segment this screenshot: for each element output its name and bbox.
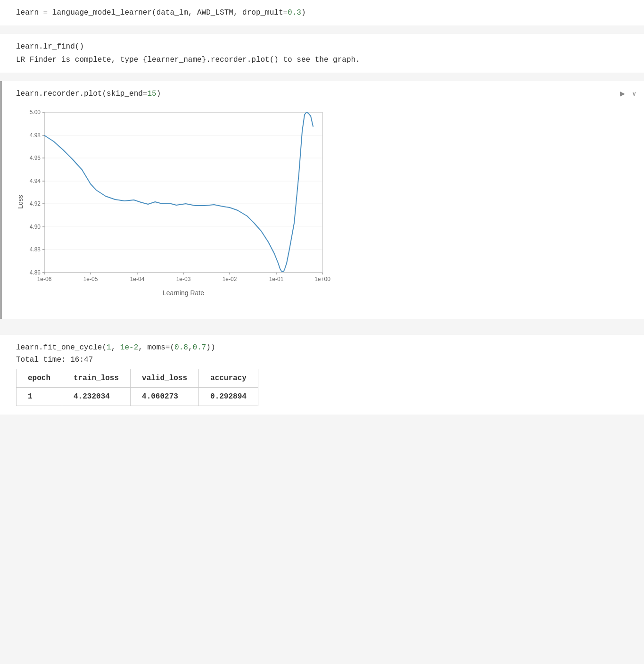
cell-epoch: 1 bbox=[17, 388, 62, 406]
cell-3-code: learn.recorder.plot(skip_end=15) bbox=[16, 90, 630, 98]
y-tick: 4.96 bbox=[30, 155, 41, 161]
x-tick: 1e-03 bbox=[176, 276, 191, 282]
x-tick: 1e-05 bbox=[83, 276, 98, 282]
x-tick: 1e-06 bbox=[37, 276, 52, 282]
cell-4-code: learn.fit_one_cycle(1, 1e-2, moms=(0.8,0… bbox=[16, 343, 630, 352]
cell-2: learn.lr_find() LR Finder is complete, t… bbox=[0, 34, 644, 73]
y-tick: 4.92 bbox=[30, 200, 41, 207]
col-header-valid-loss: valid_loss bbox=[131, 369, 199, 388]
svg-rect-17 bbox=[44, 112, 322, 273]
cell-2-output: LR Finder is complete, type {learner_nam… bbox=[16, 56, 630, 64]
loss-chart-container: Loss 5.00 4.98 bbox=[16, 103, 630, 306]
loss-curve bbox=[44, 112, 313, 272]
code-value: 15 bbox=[147, 90, 156, 98]
col-header-train-loss: train_loss bbox=[62, 369, 131, 388]
col-header-epoch: epoch bbox=[17, 369, 62, 388]
code-token: ) bbox=[157, 90, 161, 98]
separator-2 bbox=[0, 74, 644, 81]
code-value: 0.3 bbox=[288, 8, 301, 17]
cell-3-controls: ▶ ∨ bbox=[618, 89, 638, 98]
x-tick: 1e+00 bbox=[314, 276, 330, 282]
x-tick: 1e-04 bbox=[130, 276, 145, 282]
table-row: 1 4.232034 4.060273 0.292894 bbox=[17, 388, 258, 406]
separator-3 bbox=[0, 320, 644, 327]
total-time: Total time: 16:47 bbox=[16, 356, 630, 364]
code-token: ) bbox=[301, 8, 306, 17]
separator-3b bbox=[0, 327, 644, 335]
code-token: )) bbox=[206, 343, 215, 352]
code-token: , bbox=[111, 343, 120, 352]
code-token: learn = language_model_learner(data_lm, … bbox=[16, 8, 288, 17]
cell-4: learn.fit_one_cycle(1, 1e-2, moms=(0.8,0… bbox=[0, 335, 644, 415]
notebook: learn = language_model_learner(data_lm, … bbox=[0, 0, 644, 415]
cell-train-loss: 4.232034 bbox=[62, 388, 131, 406]
y-tick: 4.94 bbox=[30, 178, 41, 184]
cell-1: learn = language_model_learner(data_lm, … bbox=[0, 0, 644, 25]
x-axis-label: Learning Rate bbox=[163, 289, 204, 297]
y-tick: 5.00 bbox=[30, 109, 41, 116]
code-value-4: 0.7 bbox=[192, 343, 206, 352]
cell-3: ▶ ∨ learn.recorder.plot(skip_end=15) Los… bbox=[0, 81, 644, 319]
cell-valid-loss: 4.060273 bbox=[131, 388, 199, 406]
x-tick: 1e-01 bbox=[269, 276, 284, 282]
y-tick: 4.90 bbox=[30, 224, 41, 230]
code-token: learn.fit_one_cycle( bbox=[16, 343, 107, 352]
code-token: learn.recorder.plot(skip_end= bbox=[16, 90, 147, 98]
x-tick: 1e-02 bbox=[223, 276, 237, 282]
y-tick: 4.98 bbox=[30, 132, 41, 139]
results-table: epoch train_loss valid_loss accuracy 1 4… bbox=[16, 369, 258, 406]
col-header-accuracy: accuracy bbox=[199, 369, 258, 388]
code-token: , moms=( bbox=[138, 343, 174, 352]
toggle-button[interactable]: ∨ bbox=[630, 89, 638, 98]
cell-2-code: learn.lr_find() bbox=[16, 42, 630, 51]
cell-accuracy: 0.292894 bbox=[199, 388, 258, 406]
y-tick: 4.86 bbox=[30, 269, 41, 276]
y-tick: 4.88 bbox=[30, 246, 41, 253]
loss-chart-svg: Loss 5.00 4.98 bbox=[16, 103, 337, 306]
cell-1-code: learn = language_model_learner(data_lm, … bbox=[16, 8, 630, 17]
code-value-2: 1e-2 bbox=[120, 343, 138, 352]
separator-1 bbox=[0, 26, 644, 34]
code-value-1: 1 bbox=[107, 343, 111, 352]
y-axis-label: Loss bbox=[17, 195, 24, 209]
run-button[interactable]: ▶ bbox=[618, 89, 627, 98]
code-value-3: 0.8 bbox=[174, 343, 188, 352]
